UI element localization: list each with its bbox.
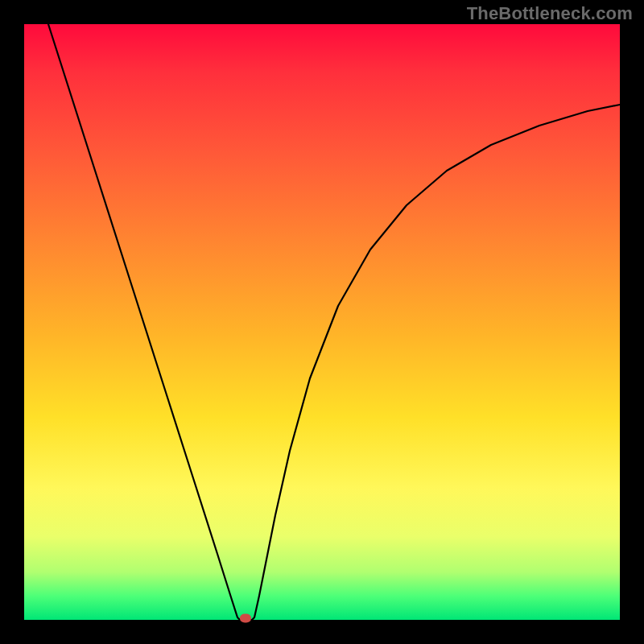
curve-path: [48, 24, 620, 620]
minimum-marker: [240, 614, 251, 623]
chart-frame: [24, 24, 620, 620]
watermark-text: TheBottleneck.com: [467, 3, 633, 24]
bottleneck-curve: [24, 24, 620, 620]
